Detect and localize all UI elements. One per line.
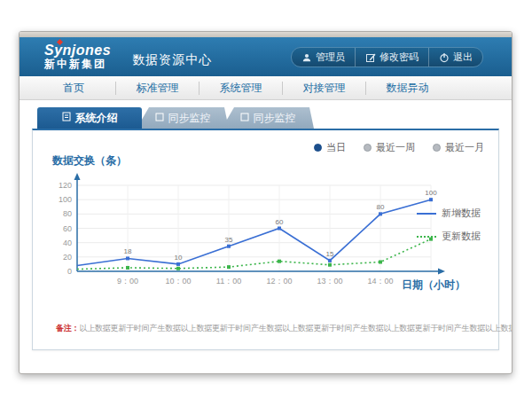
app-window: Synjones 新中新集团 数据资源中心 管理员 修改密码 退出: [19, 31, 512, 374]
data-point-marker: [126, 256, 129, 260]
logo-subtitle: 新中新集团: [44, 59, 111, 71]
page-title: 数据资源中心: [132, 52, 212, 68]
data-point-marker: [379, 212, 382, 215]
legend-item-new-data[interactable]: 新增数据: [417, 207, 491, 220]
data-point-marker: [126, 266, 129, 270]
tab-system-intro[interactable]: 系统介绍: [37, 107, 142, 129]
data-point-marker: [379, 260, 382, 263]
data-point-label: 15: [326, 250, 334, 258]
data-point-label: 60: [276, 218, 284, 226]
edit-icon: [365, 52, 376, 63]
legend-item-updated-data[interactable]: 更新数据: [417, 230, 491, 243]
data-point-label: 35: [225, 236, 233, 244]
monitor-icon: [240, 112, 249, 124]
data-point-marker: [278, 227, 281, 231]
note-prefix: 备注：: [56, 324, 79, 332]
y-axis-tick: 100: [59, 195, 72, 204]
y-axis-tick: 60: [63, 224, 72, 233]
app-header: Synjones 新中新集团 数据资源中心 管理员 修改密码 退出: [20, 37, 512, 76]
data-point-marker: [227, 265, 231, 269]
footer-note: 备注：以上数据更新于时间产生数据以上数据更新于时间产生数据以上数据更新于时间产生…: [56, 323, 512, 334]
data-point-marker: [328, 259, 332, 262]
admin-user-label: 管理员: [316, 51, 345, 64]
monitor-icon: [155, 112, 164, 124]
document-icon: [62, 112, 71, 124]
tab-sync-monitor-2[interactable]: 同步监控: [222, 107, 314, 129]
nav-item-data-changes[interactable]: 数据异动: [365, 82, 449, 95]
y-axis-tick: 80: [63, 209, 72, 218]
solid-line-swatch-icon: [417, 213, 436, 215]
y-axis-tick: 20: [63, 253, 72, 262]
logo: Synjones 新中新集团: [44, 43, 111, 71]
range-option-last-month[interactable]: 最近一月: [433, 141, 484, 154]
chart-legend: 新增数据 更新数据: [417, 207, 491, 253]
data-point-label: 10: [175, 254, 183, 262]
y-axis-tick: 40: [63, 239, 72, 247]
data-point-marker: [176, 267, 180, 270]
admin-user-button[interactable]: 管理员: [292, 48, 355, 66]
y-axis-tick: 120: [59, 181, 72, 190]
data-point-marker: [227, 245, 231, 248]
radio-unselected-icon: [364, 144, 372, 152]
user-icon: [301, 52, 312, 63]
data-point-marker: [328, 263, 332, 267]
tab-sync-monitor-1[interactable]: 同步监控: [137, 107, 229, 129]
tab-system-intro-label: 系统介绍: [75, 111, 118, 126]
x-axis-title: 日期（小时）: [402, 278, 466, 293]
nav-item-system-mgmt[interactable]: 系统管理: [199, 82, 282, 95]
logo-title: Synjones: [44, 43, 111, 59]
x-axis-tick: 14：00: [367, 277, 393, 286]
main-nav: 首页 标准管理 系统管理 对接管理 数据异动: [20, 76, 512, 100]
data-point-label: 80: [377, 203, 385, 211]
legend-updated-data-label: 更新数据: [442, 230, 481, 243]
x-axis-tick: 13：00: [317, 277, 342, 286]
y-axis-arrow-icon: [74, 173, 81, 180]
data-point-label: 18: [124, 247, 132, 255]
tab-sync-monitor-1-label: 同步监控: [168, 111, 211, 126]
nav-item-standard-mgmt[interactable]: 标准管理: [115, 82, 199, 95]
range-option-last-week-label: 最近一周: [376, 141, 415, 154]
logout-label: 退出: [453, 51, 473, 64]
data-point-marker: [278, 260, 281, 263]
range-option-last-month-label: 最近一月: [445, 141, 484, 154]
x-axis-tick: 12：00: [266, 277, 292, 286]
nav-item-interface-mgmt[interactable]: 对接管理: [282, 82, 365, 95]
legend-new-data-label: 新增数据: [442, 207, 481, 220]
x-axis-tick: 11：00: [216, 277, 241, 286]
range-option-last-week[interactable]: 最近一周: [364, 141, 415, 154]
tab-sync-monitor-2-label: 同步监控: [254, 111, 296, 126]
x-axis-arrow-icon: [438, 269, 445, 275]
tab-bar: 系统介绍 同步监控 同步监控: [37, 107, 499, 129]
x-axis-tick: 9：00: [117, 277, 138, 286]
y-axis-tick: 0: [67, 267, 72, 276]
change-password-button[interactable]: 修改密码: [355, 48, 428, 66]
radio-unselected-icon: [433, 144, 441, 152]
data-point-label: 100: [425, 189, 437, 197]
dotted-line-swatch-icon: [417, 236, 436, 238]
time-range-selector: 当日 最近一周 最近一月: [314, 141, 484, 154]
change-password-label: 修改密码: [379, 51, 419, 64]
line-chart: 0204060801001209：0010：0011：0012：0013：001…: [43, 169, 451, 295]
data-point-marker: [429, 198, 433, 201]
y-axis-title: 数据交换（条）: [52, 153, 127, 168]
chart-panel: 当日 最近一周 最近一月 数据交换（条） 0204060801001209：00…: [32, 129, 499, 350]
note-text: 以上数据更新于时间产生数据以上数据更新于时间产生数据以上数据更新于时间产生数据以…: [79, 324, 512, 332]
range-option-today[interactable]: 当日: [314, 141, 346, 154]
power-icon: [439, 52, 450, 63]
radio-selected-icon: [314, 144, 322, 152]
user-menu: 管理员 修改密码 退出: [291, 47, 483, 67]
x-axis-tick: 10：00: [165, 277, 191, 286]
range-option-today-label: 当日: [326, 141, 346, 154]
content-area: 系统介绍 同步监控 同步监控 当日: [20, 100, 512, 350]
nav-item-home[interactable]: 首页: [32, 82, 115, 95]
data-point-marker: [176, 262, 180, 266]
logout-button[interactable]: 退出: [428, 48, 482, 66]
